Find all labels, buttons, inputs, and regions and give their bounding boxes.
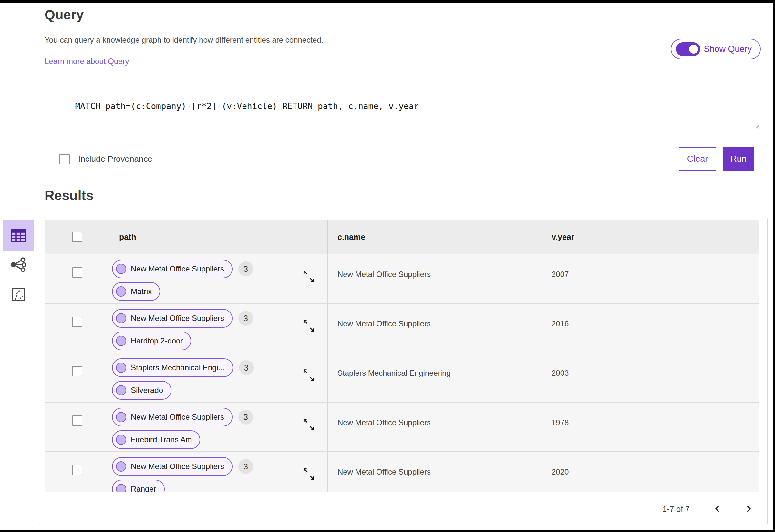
- path-node-pill[interactable]: Silverado: [112, 381, 171, 400]
- show-query-label: Show Query: [704, 44, 752, 54]
- path-node-pill[interactable]: Matrix: [112, 282, 160, 301]
- path-first-line: New Metal Office Suppliers 3: [112, 408, 327, 426]
- include-provenance-checkbox[interactable]: [59, 154, 70, 164]
- row-cell-path: New Metal Office Suppliers 3 Ranger: [109, 452, 328, 493]
- path-node-pill[interactable]: New Metal Office Suppliers: [112, 457, 232, 476]
- row-checkbox[interactable]: [72, 415, 82, 426]
- table-row: New Metal Office Suppliers 3 Firebird Tr…: [45, 403, 759, 452]
- edge-count-badge: 3: [238, 261, 253, 276]
- path-second-line: Matrix: [112, 282, 327, 301]
- table-body: New Metal Office Suppliers 3 Matrix New …: [45, 254, 759, 493]
- toggle-switch-icon: [676, 42, 700, 56]
- select-all-checkbox[interactable]: [72, 232, 82, 242]
- path-node-pill[interactable]: Staplers Mechanical Engi...: [112, 358, 233, 377]
- table-row: New Metal Office Suppliers 3 Hardtop 2-d…: [45, 304, 759, 353]
- node-circle-icon: [116, 435, 126, 445]
- learn-more-link[interactable]: Learn more about Query: [45, 57, 129, 66]
- row-cell-cname: New Metal Office Suppliers: [328, 452, 542, 493]
- path-node-label: Staplers Mechanical Engi...: [131, 363, 225, 372]
- row-cell-vyear: 2003: [542, 353, 759, 402]
- row-cell-path: New Metal Office Suppliers 3 Matrix: [109, 254, 328, 303]
- previous-page-button[interactable]: [710, 501, 725, 517]
- path-first-line: New Metal Office Suppliers 3: [112, 309, 327, 328]
- run-button[interactable]: Run: [723, 147, 754, 171]
- path-node-pill[interactable]: New Metal Office Suppliers: [112, 260, 232, 278]
- chevron-left-icon: [713, 504, 722, 515]
- query-editor-panel: MATCH path=(c:Company)-[r*2]-(v:Vehicle)…: [45, 83, 761, 176]
- clear-button[interactable]: Clear: [679, 147, 716, 171]
- screenshot-top-edge: [0, 0, 775, 3]
- path-node-pill[interactable]: New Metal Office Suppliers: [112, 408, 232, 426]
- header-cell-path: path: [109, 220, 328, 254]
- row-checkbox[interactable]: [72, 317, 82, 327]
- row-cell-cname: Staplers Mechanical Engineering: [328, 353, 542, 402]
- resize-grip-icon[interactable]: [723, 112, 760, 141]
- node-circle-icon: [116, 363, 126, 373]
- path-node-label: Matrix: [131, 287, 152, 296]
- row-cell-select: [45, 403, 109, 451]
- header-cell-select: [45, 220, 109, 254]
- row-cell-path: New Metal Office Suppliers 3 Firebird Tr…: [109, 403, 328, 451]
- chevron-right-icon: [744, 504, 753, 515]
- path-node-pill[interactable]: Hardtop 2-door: [112, 332, 191, 350]
- view-switcher-map[interactable]: [10, 287, 27, 303]
- expand-path-icon[interactable]: [301, 269, 316, 283]
- table-row: Staplers Mechanical Engi... 3 Silverado …: [45, 353, 759, 403]
- edge-count-badge: 3: [238, 311, 253, 326]
- edge-count-badge: 3: [238, 459, 253, 474]
- query-input[interactable]: MATCH path=(c:Company)-[r*2]-(v:Vehicle)…: [45, 83, 761, 142]
- path-first-line: New Metal Office Suppliers 3: [112, 457, 327, 476]
- path-node-pill[interactable]: Firebird Trans Am: [112, 430, 200, 449]
- next-page-button[interactable]: [741, 501, 756, 517]
- node-circle-icon: [116, 385, 126, 395]
- view-switcher-graph[interactable]: [10, 257, 27, 274]
- expand-path-icon[interactable]: [301, 417, 316, 432]
- path-node-pill[interactable]: New Metal Office Suppliers: [112, 309, 232, 328]
- row-cell-select: [45, 304, 109, 353]
- path-node-label: Hardtop 2-door: [131, 336, 183, 345]
- edge-count-badge: 3: [239, 360, 254, 375]
- node-circle-icon: [116, 412, 126, 422]
- row-checkbox[interactable]: [72, 465, 82, 475]
- row-cell-path: Staplers Mechanical Engi... 3 Silverado: [109, 353, 328, 402]
- row-cell-select: [45, 452, 109, 493]
- edge-count-badge: 3: [238, 410, 253, 425]
- view-switcher-table[interactable]: [3, 220, 34, 251]
- path-second-line: Silverado: [112, 381, 327, 400]
- query-text: MATCH path=(c:Company)-[r*2]-(v:Vehicle)…: [75, 101, 419, 111]
- node-circle-icon: [116, 313, 126, 323]
- expand-path-icon[interactable]: [301, 467, 316, 481]
- expand-path-icon[interactable]: [301, 319, 316, 333]
- node-circle-icon: [116, 461, 126, 472]
- header-cell-vyear: v.year: [542, 220, 759, 254]
- pagination-bar: 1-7 of 7: [38, 492, 767, 526]
- include-provenance-label: Include Provenance: [78, 154, 152, 164]
- row-cell-vyear: 2016: [542, 304, 759, 353]
- node-circle-icon: [116, 484, 126, 493]
- row-cell-cname: New Metal Office Suppliers: [328, 304, 542, 353]
- graph-view-icon: [10, 257, 26, 274]
- row-cell-select: [45, 254, 109, 303]
- expand-path-icon[interactable]: [301, 368, 316, 382]
- row-cell-vyear: 2020: [542, 452, 759, 493]
- row-checkbox[interactable]: [72, 366, 82, 376]
- table-view-icon: [11, 228, 26, 244]
- results-table: path c.name v.year New Metal Office Supp…: [45, 220, 759, 493]
- node-circle-icon: [116, 264, 126, 274]
- results-title: Results: [45, 188, 94, 203]
- row-cell-select: [45, 353, 109, 402]
- row-cell-vyear: 2007: [542, 254, 759, 303]
- path-node-label: New Metal Office Suppliers: [131, 413, 224, 422]
- table-row: New Metal Office Suppliers 3 Matrix New …: [45, 254, 759, 304]
- toggle-knob: [688, 43, 699, 55]
- path-second-line: Firebird Trans Am: [112, 430, 327, 449]
- show-query-toggle[interactable]: Show Query: [671, 39, 761, 59]
- row-checkbox[interactable]: [72, 267, 82, 278]
- path-node-pill[interactable]: Ranger: [112, 480, 165, 493]
- results-card: path c.name v.year New Metal Office Supp…: [38, 216, 768, 526]
- path-node-label: New Metal Office Suppliers: [131, 264, 224, 273]
- path-node-label: Ranger: [131, 485, 156, 493]
- screenshot-bottom-edge: [0, 530, 775, 532]
- node-circle-icon: [116, 286, 126, 297]
- path-second-line: Ranger: [112, 480, 327, 493]
